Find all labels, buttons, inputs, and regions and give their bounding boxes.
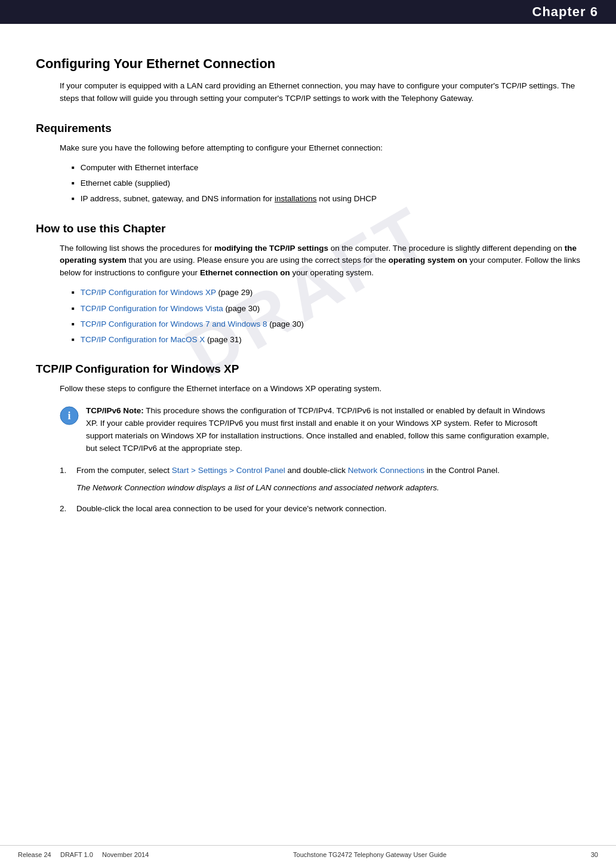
page-ref: (page 31) [207,335,242,344]
footer-page: 30 [591,851,598,858]
tcpip-xp-heading: TCP/IP Configuration for Windows XP [36,363,580,376]
list-item: TCP/IP Configuration for Windows Vista (… [72,303,580,315]
list-item: IP address, subnet, gateway, and DNS inf… [72,193,580,205]
note-label: TCP/IPv6 Note: [86,406,144,415]
page-ref: (page 30) [269,320,304,328]
steps-list: 1. From the computer, select Start > Set… [60,465,580,515]
step-2: 2. Double-click the local area connectio… [60,503,580,515]
step-content: Double-click the local area connection t… [76,503,580,515]
list-item: TCP/IP Configuration for Windows 7 and W… [72,318,580,330]
list-item: TCP/IP Configuration for MacOS X (page 3… [72,334,580,346]
footer-center: Touchstone TG2472 Telephony Gateway User… [293,851,446,858]
svg-text:i: i [67,410,70,422]
tcp-win7-link[interactable]: TCP/IP Configuration for Windows 7 and W… [81,320,267,328]
bullet-text: Computer with Ethernet interface [81,162,198,174]
footer-draft: DRAFT 1.0 [60,851,93,858]
link-item-text: TCP/IP Configuration for Windows Vista (… [81,303,260,315]
bullet-text: Ethernet cable (supplied) [81,177,170,189]
network-connections-link[interactable]: Network Connections [348,466,424,475]
how-to-body: The following list shows the procedures … [60,242,580,280]
list-item: Computer with Ethernet interface [72,162,580,174]
tcp-vista-link[interactable]: TCP/IP Configuration for Windows Vista [81,304,223,313]
header-bar: Chapter 6 [0,0,616,24]
step-1: 1. From the computer, select Start > Set… [60,465,580,495]
link-item-text: TCP/IP Configuration for MacOS X (page 3… [81,334,242,346]
link-item-text: TCP/IP Configuration for Windows 7 and W… [81,318,304,330]
start-settings-link[interactable]: Start > Settings > Control Panel [172,466,285,475]
requirements-intro: Make sure you have the following before … [60,142,580,155]
chapter-label: Chapter 6 [532,4,598,20]
note-text: TCP/IPv6 Note: This procedure shows the … [86,405,556,455]
requirements-heading: Requirements [36,122,580,135]
requirements-list: Computer with Ethernet interface Etherne… [72,162,580,205]
note-icon: i [60,406,79,425]
tcpip-xp-intro: Follow these steps to configure the Ethe… [60,383,580,395]
tcp-macos-link[interactable]: TCP/IP Configuration for MacOS X [81,335,205,344]
footer-release: Release 24 [18,851,51,858]
footer-date: November 2014 [102,851,149,858]
note-box: i TCP/IPv6 Note: This procedure shows th… [60,405,556,455]
footer-left: Release 24 DRAFT 1.0 November 2014 [18,851,149,858]
how-to-links-list: TCP/IP Configuration for Windows XP (pag… [72,287,580,346]
intro-paragraph: If your computer is equipped with a LAN … [60,80,580,105]
note-body: This procedure shows the configuration o… [86,406,549,453]
step-num: 2. [60,503,76,515]
step-num: 1. [60,465,76,477]
link-item-text: TCP/IP Configuration for Windows XP (pag… [81,287,252,299]
main-content: Configuring Your Ethernet Connection If … [0,24,616,560]
list-item: TCP/IP Configuration for Windows XP (pag… [72,287,580,299]
how-to-heading: How to use this Chapter [36,222,580,235]
page-title: Configuring Your Ethernet Connection [36,56,580,72]
page-ref: (page 29) [218,288,252,297]
page-ref: (page 30) [225,304,260,313]
step-content: From the computer, select Start > Settin… [76,465,580,495]
tcp-xp-link[interactable]: TCP/IP Configuration for Windows XP [81,288,216,297]
list-item: Ethernet cable (supplied) [72,177,580,189]
bullet-text: IP address, subnet, gateway, and DNS inf… [81,193,377,205]
step-italic: The Network Connection window displays a… [76,482,580,495]
footer: Release 24 DRAFT 1.0 November 2014 Touch… [0,845,616,863]
